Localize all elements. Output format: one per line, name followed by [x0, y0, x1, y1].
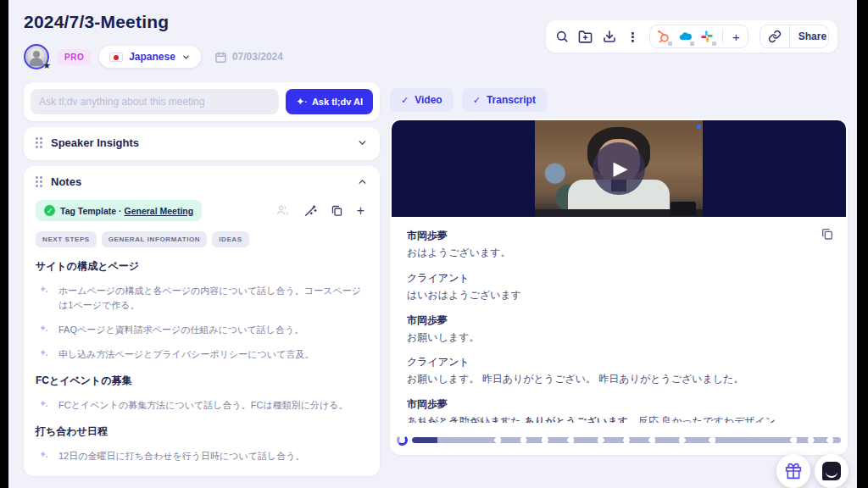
share-button[interactable]: Share [790, 25, 829, 47]
avatar-silhouette-body [30, 58, 43, 66]
note-item-text: 申し込み方法ページとプライバシーポリシーについて言及。 [58, 347, 314, 362]
transcript-speaker: 市岡歩夢 [407, 313, 831, 328]
note-item[interactable]: ✦FCとイベントの募集方法について話し合う。FCは種類別に分ける。 [36, 398, 368, 413]
ai-magic-wand-icon[interactable] [303, 204, 317, 218]
download-icon[interactable] [602, 30, 616, 44]
divider [722, 29, 723, 44]
integration-badge [667, 41, 673, 47]
screen: 2024/7/3-Meeting ★ PRO Japanese 07/03/20… [0, 0, 868, 488]
chat-support-button[interactable] [815, 454, 849, 488]
star-icon: ★ [42, 60, 51, 71]
note-item-text: FCとイベントの募集方法について話し合う。FCは種類別に分ける。 [58, 398, 348, 413]
integrations-group: + [649, 25, 748, 48]
share-group: Share [760, 25, 829, 48]
pro-badge: PRO [58, 49, 91, 65]
chevron-down-icon [181, 53, 191, 62]
note-tag-chip[interactable]: GENERAL INFORMATION [102, 231, 207, 247]
integration-badge [711, 41, 717, 47]
transcript-entry[interactable]: クライアントはいおはようございます [407, 271, 831, 302]
copy-link-icon[interactable] [760, 25, 790, 47]
ask-input[interactable] [31, 89, 279, 114]
gift-icon [785, 463, 802, 480]
transcript-speaker: クライアント [407, 355, 831, 369]
note-heading: FCとイベントの募集 [36, 374, 368, 388]
rewards-gift-button[interactable] [776, 454, 810, 488]
page-title: 2024/7/3-Meeting [24, 12, 169, 32]
note-item[interactable]: ✦12日の金曜日に打ち合わせを行う日時について話し合う。 [36, 449, 368, 463]
note-item-text: ホームページの構成と各ページの内容について話し合う。コースページは1ページで作る… [58, 284, 363, 313]
language-selector[interactable]: Japanese [99, 46, 201, 68]
add-integration-button[interactable]: + [731, 30, 742, 44]
chat-bubble-icon [822, 462, 841, 480]
note-heading: 打ち合わせ日程 [36, 424, 368, 439]
toolbar: ⋮ + [546, 20, 837, 53]
transcript-panel[interactable]: 市岡歩夢おはようございます。クライアントはいおはようございます市岡歩夢お願いしま… [390, 217, 848, 423]
timeline-progress [412, 437, 437, 443]
ai-note-sparkle-icon: ✦ [39, 284, 49, 313]
ai-note-sparkle-icon: ✦ [39, 323, 49, 337]
slack-icon[interactable] [700, 30, 715, 44]
tab-transcript[interactable]: ✓ Transcript [462, 88, 547, 112]
check-icon: ✓ [44, 205, 55, 216]
ask-ai-button[interactable]: ✦ Ask tl;dv AI [286, 89, 373, 114]
kebab-menu-icon[interactable]: ⋮ [626, 30, 640, 44]
avatar-silhouette [33, 51, 40, 58]
add-note-button[interactable]: + [357, 204, 364, 218]
move-to-folder-icon[interactable] [578, 30, 593, 44]
note-item[interactable]: ✦申し込み方法ページとプライバシーポリシーについて言及。 [36, 347, 368, 362]
sparkle-icon: ✦ [296, 97, 307, 107]
transcript-speaker: 市岡歩夢 [407, 397, 831, 412]
chevron-down-icon[interactable] [357, 137, 368, 148]
media-tabs: ✓ Video ✓ Transcript [390, 88, 547, 112]
transcript-text: お願いします。 [407, 330, 831, 345]
tab-video[interactable]: ✓ Video [390, 88, 453, 112]
tag-template-badge[interactable]: ✓ Tag Template · General Meeting [36, 200, 202, 221]
note-heading: サイトの構成とページ [36, 259, 368, 274]
drag-handle-icon[interactable] [36, 176, 42, 187]
chevron-up-icon[interactable] [357, 176, 368, 187]
note-item[interactable]: ✦ホームページの構成と各ページの内容について話し合う。コースページは1ページで作… [36, 284, 368, 313]
copy-icon[interactable] [331, 204, 343, 217]
loading-spinner-icon [397, 435, 408, 446]
note-item-text: 12日の金曜日に打ち合わせを行う日時について話し合う。 [58, 449, 305, 463]
tldv-app-window: 2024/7/3-Meeting ★ PRO Japanese 07/03/20… [8, 0, 857, 488]
notes-section: Notes ✓ Tag Template · General Meeting [24, 166, 380, 476]
transcript-entry[interactable]: 市岡歩夢おはようございます。 [407, 229, 831, 260]
avatar[interactable]: ★ [24, 44, 49, 69]
media-card: ▶ 市岡歩夢おはようございます。クライアントはいおはようございます市岡歩夢お願い… [390, 119, 848, 455]
drag-handle-icon[interactable] [36, 137, 42, 148]
transcript-entry[interactable]: クライアントお願いします。 昨日ありがとうござい。 昨日ありがとうございました。 [407, 355, 831, 386]
copy-transcript-icon[interactable] [821, 227, 834, 241]
speaker-insights-section[interactable]: Speaker Insights [24, 127, 380, 160]
calendar-icon [214, 51, 227, 64]
tag-template-label: Tag Template · [60, 206, 122, 216]
search-icon[interactable] [554, 30, 569, 44]
playback-timeline[interactable] [395, 430, 843, 449]
transcript-text: おはようございます。 [407, 246, 831, 260]
ask-ai-card: ✦ Ask tl;dv AI [24, 82, 380, 121]
transcript-entry[interactable]: 市岡歩夢お願いします。 [407, 313, 831, 345]
video-player[interactable]: ▶ [392, 120, 846, 217]
transcript-text: はいおはようございます [407, 288, 831, 302]
timeline-segments [412, 437, 841, 443]
hubspot-icon[interactable] [656, 30, 670, 44]
date-label: 07/03/2024 [232, 51, 283, 63]
note-tag-chip[interactable]: NEXT STEPS [36, 231, 97, 247]
japan-flag-icon [109, 53, 123, 62]
note-item[interactable]: ✦FAQページと資料請求ページの仕組みについて話し合う。 [36, 323, 368, 337]
speakers-icon[interactable] [275, 204, 290, 217]
integration-badge [689, 41, 695, 47]
transcript-speaker: 市岡歩夢 [407, 229, 831, 243]
ai-note-sparkle-icon: ✦ [39, 449, 49, 463]
play-icon: ▶ [614, 159, 628, 178]
salesforce-icon[interactable] [678, 30, 693, 44]
note-actions: + [275, 204, 368, 218]
meeting-date: 07/03/2024 [214, 51, 283, 64]
language-label: Japanese [129, 51, 175, 63]
timeline-bar[interactable] [412, 437, 841, 443]
tag-template-value[interactable]: General Meeting [124, 206, 193, 216]
play-button[interactable]: ▶ [593, 142, 645, 195]
note-tag-chip[interactable]: IDEAS [212, 231, 248, 247]
ai-note-sparkle-icon: ✦ [39, 398, 49, 413]
transcript-partial-line: ありがとうございます、 ありがとうございます、反応 良かったですわデザイン [407, 414, 831, 423]
